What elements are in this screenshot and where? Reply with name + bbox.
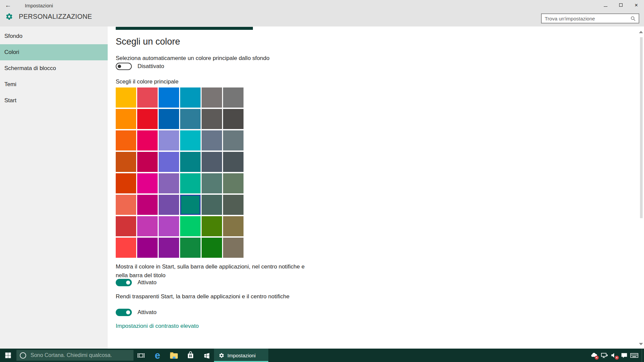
color-swatch[interactable] — [202, 238, 222, 258]
show-desktop-button[interactable] — [642, 349, 644, 362]
color-swatch[interactable] — [180, 152, 201, 172]
color-swatch[interactable] — [116, 87, 136, 108]
color-swatch[interactable] — [202, 87, 222, 108]
windows-logo-icon — [4, 352, 12, 359]
action-center-button[interactable] — [619, 349, 629, 362]
onedrive-tray-button[interactable]: × — [589, 349, 599, 362]
search-input[interactable] — [545, 16, 631, 21]
task-view-icon — [137, 352, 145, 359]
sidebar-item-schermata-di-blocco[interactable]: Schermata di blocco — [0, 60, 108, 76]
color-swatch[interactable] — [116, 173, 136, 193]
window-header: ← Impostazioni ✕ PERSONALIZZAZIONE — [0, 0, 644, 26]
color-swatch[interactable] — [223, 195, 244, 215]
color-swatch[interactable] — [137, 87, 158, 108]
sidebar-item-start[interactable]: Start — [0, 93, 108, 109]
color-swatch[interactable] — [159, 173, 179, 193]
cortana-search-box[interactable]: Sono Cortana. Chiedimi qualcosa. — [16, 350, 133, 361]
color-swatch[interactable] — [223, 238, 244, 258]
error-badge: × — [595, 356, 599, 360]
cortana-icon — [20, 352, 26, 359]
color-swatch[interactable] — [137, 109, 158, 129]
color-swatch[interactable] — [202, 109, 222, 129]
color-swatch[interactable] — [180, 87, 201, 108]
edge-button[interactable]: e — [149, 349, 166, 362]
taskbar-active-app[interactable]: Impostazioni — [214, 349, 268, 362]
color-swatch[interactable] — [116, 216, 136, 236]
windows-app-icon — [203, 352, 211, 359]
color-swatch[interactable] — [116, 152, 136, 172]
scrollbar-thumb[interactable] — [640, 37, 643, 218]
content-pane: Scegli un colore Seleziona automaticamen… — [108, 26, 644, 349]
color-swatch[interactable] — [137, 216, 158, 236]
color-swatch[interactable] — [202, 152, 222, 172]
color-swatch[interactable] — [159, 130, 179, 150]
sidebar-item-temi[interactable]: Temi — [0, 76, 108, 93]
touch-keyboard-button[interactable] — [629, 349, 639, 362]
color-swatch[interactable] — [223, 87, 244, 108]
page-header: PERSONALIZZAZIONE — [5, 13, 92, 20]
start-button[interactable] — [0, 349, 16, 362]
color-swatch[interactable] — [137, 130, 158, 150]
back-button[interactable]: ← — [0, 0, 16, 11]
settings-window: ← Impostazioni ✕ PERSONALIZZAZIONE Sfond… — [0, 0, 644, 362]
restore-button[interactable] — [613, 0, 629, 10]
color-swatch[interactable] — [137, 152, 158, 172]
pinned-apps: e — [133, 349, 215, 362]
active-app-label: Impostazioni — [227, 353, 256, 358]
show-color-label: Mostra il colore in Start, sulla barra d… — [116, 262, 308, 280]
minimize-button[interactable] — [598, 0, 613, 10]
color-swatch[interactable] — [116, 195, 136, 215]
color-swatch[interactable] — [159, 109, 179, 129]
store-button[interactable] — [182, 349, 199, 362]
color-swatch[interactable] — [180, 173, 201, 193]
color-swatch[interactable] — [159, 216, 179, 236]
color-swatch[interactable] — [180, 216, 201, 236]
color-swatch[interactable] — [116, 109, 136, 129]
color-swatch[interactable] — [202, 216, 222, 236]
store-icon — [187, 351, 194, 359]
show-color-toggle[interactable] — [116, 279, 132, 286]
scrollbar-down-arrow[interactable] — [639, 343, 643, 345]
show-color-toggle-state: Attivato — [138, 279, 157, 286]
color-swatch[interactable] — [159, 152, 179, 172]
color-swatch[interactable] — [137, 173, 158, 193]
transparency-toggle[interactable] — [116, 309, 132, 316]
color-swatch[interactable] — [223, 109, 244, 129]
color-swatch[interactable] — [180, 130, 201, 150]
color-swatch[interactable] — [137, 238, 158, 258]
auto-color-toggle[interactable] — [116, 63, 132, 70]
high-contrast-link[interactable]: Impostazioni di contrasto elevato — [116, 323, 199, 329]
titlebar: ← Impostazioni ✕ — [0, 0, 644, 11]
color-swatch[interactable] — [202, 130, 222, 150]
close-button[interactable]: ✕ — [629, 0, 644, 10]
sidebar-item-colori[interactable]: Colori — [0, 44, 108, 60]
color-swatch[interactable] — [223, 130, 244, 150]
color-swatch[interactable] — [202, 195, 222, 215]
task-view-button[interactable] — [133, 349, 149, 362]
color-swatch[interactable] — [202, 173, 222, 193]
network-tray-button[interactable] — [599, 349, 609, 362]
scrollbar-up-arrow[interactable] — [639, 31, 643, 33]
color-swatch-selected[interactable] — [180, 195, 201, 215]
settings-gear-icon — [219, 353, 224, 358]
color-swatch[interactable] — [159, 238, 179, 258]
network-display-icon — [600, 352, 608, 359]
color-swatch[interactable] — [159, 195, 179, 215]
color-swatch[interactable] — [159, 87, 179, 108]
color-swatch[interactable] — [116, 130, 136, 150]
color-swatch[interactable] — [223, 173, 244, 193]
show-color-toggle-row: Attivato — [116, 279, 157, 286]
color-swatch[interactable] — [180, 109, 201, 129]
color-swatch[interactable] — [116, 238, 136, 258]
search-box[interactable] — [541, 13, 639, 23]
color-swatch[interactable] — [137, 195, 158, 215]
color-swatch[interactable] — [223, 152, 244, 172]
windows-app-button[interactable] — [199, 349, 215, 362]
sidebar-item-sfondo[interactable]: Sfondo — [0, 28, 108, 44]
color-swatch[interactable] — [223, 216, 244, 236]
file-explorer-button[interactable] — [166, 349, 182, 362]
color-swatch[interactable] — [180, 238, 201, 258]
volume-tray-button[interactable]: × — [609, 349, 619, 362]
taskbar: Sono Cortana. Chiedimi qualcosa. e — [0, 349, 644, 362]
cortana-placeholder: Sono Cortana. Chiedimi qualcosa. — [31, 352, 112, 358]
